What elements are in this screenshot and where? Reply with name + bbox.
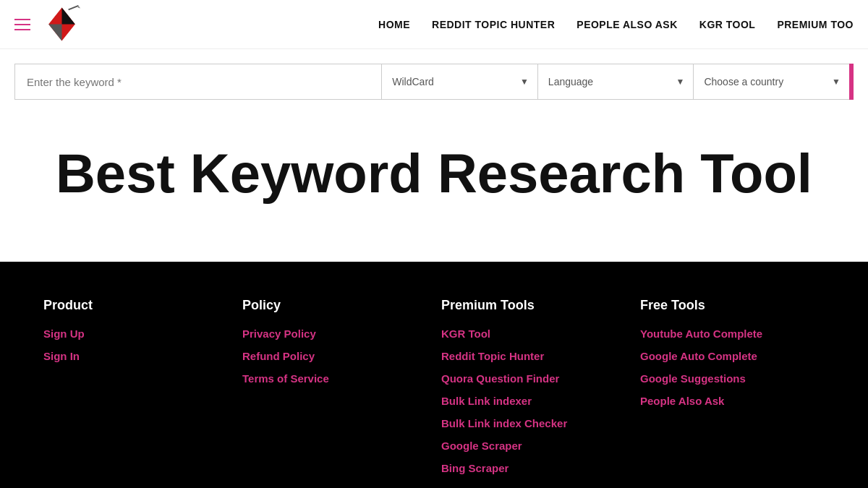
footer-link-signin[interactable]: Sign In xyxy=(43,350,228,362)
svg-marker-1 xyxy=(62,8,75,25)
nav-people-also-ask[interactable]: PEOPLE ALSO ASK xyxy=(576,19,677,30)
footer-link-kgr[interactable]: KGR Tool xyxy=(441,328,626,340)
footer-free-heading: Free Tools xyxy=(640,298,825,313)
search-section: WildCard Prefix Suffix All ▼ Language En… xyxy=(0,49,868,100)
svg-line-3 xyxy=(69,6,79,10)
footer-policy-heading: Policy xyxy=(242,298,427,313)
language-select-wrapper: Language English Spanish French German ▼ xyxy=(537,64,694,100)
nav-reddit-topic-hunter[interactable]: REDDIT TOPIC HUNTER xyxy=(432,19,555,30)
header: HOME REDDIT TOPIC HUNTER PEOPLE ALSO ASK… xyxy=(0,0,868,49)
nav-premium-tool[interactable]: PREMIUM TOO xyxy=(777,19,854,30)
hero-title: Best Keyword Research Tool xyxy=(14,143,854,204)
footer: Product Sign Up Sign In Policy Privacy P… xyxy=(0,262,868,488)
footer-link-privacy[interactable]: Privacy Policy xyxy=(242,328,427,340)
footer-link-quora[interactable]: Quora Question Finder xyxy=(441,372,626,385)
country-select[interactable]: Choose a country United States United Ki… xyxy=(693,64,849,100)
hero-section: Best Keyword Research Tool xyxy=(0,100,868,262)
search-button[interactable] xyxy=(849,64,854,100)
footer-link-google-suggestions[interactable]: Google Suggestions xyxy=(640,372,825,385)
keyword-input[interactable] xyxy=(14,64,381,100)
footer-premium-heading: Premium Tools xyxy=(441,298,626,313)
footer-col-free: Free Tools Youtube Auto Complete Google … xyxy=(640,298,825,484)
footer-link-refund[interactable]: Refund Policy xyxy=(242,350,427,362)
footer-link-signup[interactable]: Sign Up xyxy=(43,328,228,340)
language-select[interactable]: Language English Spanish French German xyxy=(537,64,694,100)
footer-product-heading: Product xyxy=(43,298,228,313)
hamburger-icon[interactable] xyxy=(14,19,30,30)
footer-link-youtube[interactable]: Youtube Auto Complete xyxy=(640,328,825,340)
footer-link-terms[interactable]: Terms of Service xyxy=(242,372,427,385)
footer-col-premium: Premium Tools KGR Tool Reddit Topic Hunt… xyxy=(441,298,626,484)
footer-link-people-also-ask[interactable]: People Also Ask xyxy=(640,395,825,407)
footer-col-policy: Policy Privacy Policy Refund Policy Term… xyxy=(242,298,427,484)
footer-link-google-auto[interactable]: Google Auto Complete xyxy=(640,350,825,362)
wildcard-select[interactable]: WildCard Prefix Suffix All xyxy=(381,64,537,100)
footer-col-product: Product Sign Up Sign In xyxy=(43,298,228,484)
logo[interactable] xyxy=(42,4,82,44)
footer-link-bulk-checker[interactable]: Bulk Link index Checker xyxy=(441,417,626,429)
wildcard-select-wrapper: WildCard Prefix Suffix All ▼ xyxy=(381,64,537,100)
nav-kgr-tool[interactable]: KGR TOOL xyxy=(699,19,756,30)
header-left xyxy=(14,4,82,44)
footer-link-bulk-indexer[interactable]: Bulk Link indexer xyxy=(441,395,626,407)
footer-link-bing-scraper[interactable]: Bing Scraper xyxy=(441,462,626,474)
nav-links: HOME REDDIT TOPIC HUNTER PEOPLE ALSO ASK… xyxy=(378,19,854,30)
footer-link-reddit[interactable]: Reddit Topic Hunter xyxy=(441,350,626,362)
footer-link-google-scraper[interactable]: Google Scraper xyxy=(441,440,626,452)
svg-marker-2 xyxy=(48,25,61,41)
country-select-wrapper: Choose a country United States United Ki… xyxy=(693,64,849,100)
nav-home[interactable]: HOME xyxy=(378,19,410,30)
